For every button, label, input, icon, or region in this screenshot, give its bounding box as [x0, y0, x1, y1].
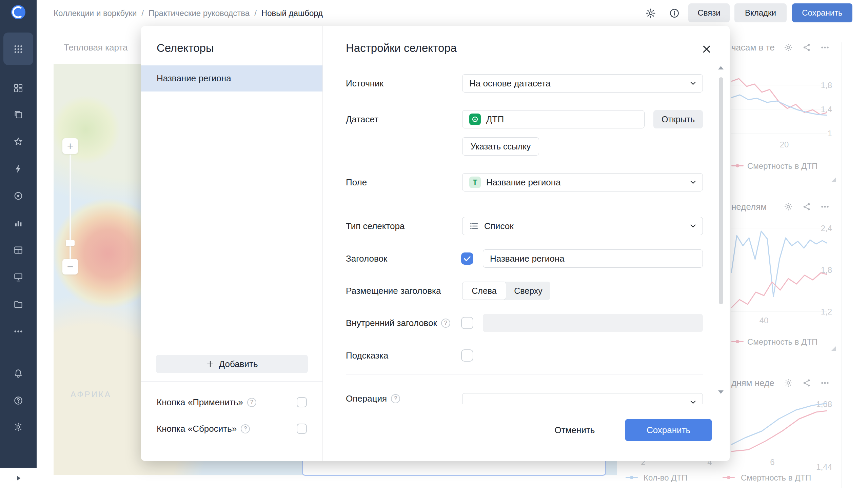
inner-title-label: Внутренний заголовок ? [346, 314, 459, 332]
apply-option-checkbox[interactable] [297, 397, 307, 407]
chevron-down-icon [690, 401, 696, 404]
add-selector-label: Добавить [219, 359, 258, 369]
more-icon[interactable] [10, 323, 26, 340]
dashboard-info-button[interactable] [668, 7, 681, 20]
collections-icon[interactable] [10, 106, 26, 123]
services-icon[interactable] [10, 188, 26, 204]
presentations-icon[interactable] [10, 269, 26, 285]
dataset-icon [469, 114, 481, 125]
field-field-label: Поле [346, 173, 459, 191]
settings-panel-title: Настройки селектора [346, 42, 457, 55]
section-divider [346, 374, 703, 374]
help-icon[interactable]: ? [241, 424, 250, 433]
app-logo[interactable] [11, 5, 26, 20]
source-field-label: Источник [346, 74, 459, 93]
specify-link-button[interactable]: Указать ссылку [462, 137, 539, 156]
relations-button[interactable]: Связи [688, 3, 730, 22]
top-bar: Коллекции и воркбуки / Практические руко… [37, 0, 868, 26]
breadcrumb-collections[interactable]: Коллекции и воркбуки [54, 8, 137, 18]
chevron-down-icon [690, 82, 696, 85]
settings-gear-icon[interactable] [10, 419, 26, 435]
favorites-icon[interactable] [10, 134, 26, 150]
chevron-down-icon [690, 181, 696, 184]
hint-label: Подсказка [346, 346, 459, 365]
open-dataset-button[interactable]: Открыть [653, 110, 703, 128]
plus-icon [206, 360, 214, 368]
help-icon[interactable]: ? [247, 398, 256, 407]
dataset-value: ДТП [486, 114, 504, 125]
breadcrumb-current-dashboard: Новый дашборд [261, 8, 323, 18]
placement-label: Размещение заголовка [346, 282, 459, 300]
placement-top-segment[interactable]: Сверху [506, 282, 550, 300]
title-field-label: Заголовок [346, 249, 459, 268]
source-value: На основе датасета [469, 78, 551, 89]
dashboards-icon[interactable] [10, 80, 26, 96]
notifications-bell-icon[interactable] [10, 365, 26, 382]
dataset-picker[interactable]: ДТП [462, 110, 645, 128]
selector-settings-modal: Селекторы Название региона Добавить Кноп… [141, 26, 730, 461]
field-dropdown[interactable]: Название региона [462, 173, 703, 191]
operation-label: Операция ? [346, 389, 459, 404]
storage-folder-icon[interactable] [10, 296, 26, 312]
scrollbar-thumb[interactable] [719, 77, 723, 304]
source-dropdown[interactable]: На основе датасета [462, 74, 703, 93]
title-text-input[interactable]: Название региона [483, 249, 703, 268]
title-input-value: Название региона [490, 253, 565, 264]
help-icon[interactable] [10, 392, 26, 409]
tables-icon[interactable] [10, 242, 26, 258]
editor-lightning-icon[interactable] [10, 161, 26, 177]
dataset-field-label: Датасет [346, 110, 459, 128]
save-dashboard-button[interactable]: Сохранить [792, 3, 852, 22]
settings-scroll-area: Источник На основе датасета Датасет ДТП … [323, 64, 717, 404]
close-modal-button[interactable] [699, 42, 714, 57]
breadcrumb: Коллекции и воркбуки / Практические руко… [54, 0, 323, 26]
save-selector-button[interactable]: Сохранить [625, 419, 712, 441]
title-placement-segmented-control: Слева Сверху [462, 282, 550, 300]
selector-settings-panel: Настройки селектора Источник На основе д… [323, 26, 730, 461]
expand-sidebar-icon[interactable] [10, 470, 26, 486]
inner-title-text-input [483, 314, 703, 332]
add-selector-button[interactable]: Добавить [156, 355, 308, 373]
reset-button-option-row: Кнопка «Сбросить» ? [157, 419, 307, 438]
selector-type-value: Список [484, 221, 514, 231]
gear-icon [645, 8, 656, 19]
operation-dropdown[interactable] [462, 393, 703, 404]
list-icon [469, 221, 479, 231]
selector-list-item-selected[interactable]: Название региона [141, 65, 322, 92]
left-nav [0, 0, 37, 468]
tabs-button[interactable]: Вкладки [734, 3, 787, 22]
info-icon [669, 8, 680, 19]
checkmark-icon [463, 256, 471, 262]
charts-icon[interactable] [10, 215, 26, 231]
selectors-panel: Селекторы Название региона Добавить Кноп… [141, 26, 323, 461]
breadcrumb-separator: / [254, 8, 257, 18]
inner-title-checkbox[interactable] [461, 317, 473, 329]
field-value: Название региона [486, 177, 561, 188]
selector-item-label: Название региона [157, 73, 231, 84]
dashboard-settings-button[interactable] [644, 7, 657, 20]
panel-divider [141, 381, 323, 382]
apply-option-label: Кнопка «Применить» [157, 397, 243, 408]
placement-left-segment[interactable]: Слева [462, 282, 506, 300]
close-icon [702, 44, 712, 54]
field-type-string-icon [469, 177, 481, 188]
scrollbar-up-arrow[interactable] [718, 66, 724, 69]
reset-option-checkbox[interactable] [297, 424, 307, 434]
cancel-button[interactable]: Отменить [542, 419, 607, 441]
selector-type-dropdown[interactable]: Список [462, 217, 703, 235]
reset-option-label: Кнопка «Сбросить» [157, 424, 237, 434]
selectors-panel-title: Селекторы [157, 42, 214, 55]
datalens-logo-icon [11, 5, 26, 20]
hint-checkbox[interactable] [461, 349, 473, 362]
help-icon[interactable]: ? [391, 394, 400, 403]
nav-collapse-strip [0, 468, 37, 488]
apply-button-option-row: Кнопка «Применить» ? [157, 393, 307, 412]
breadcrumb-separator: / [141, 8, 144, 18]
selector-type-label: Тип селектора [346, 217, 459, 235]
scrollbar-down-arrow[interactable] [718, 390, 724, 394]
breadcrumb-workbook[interactable]: Практические руководства [149, 8, 250, 18]
help-icon[interactable]: ? [441, 319, 450, 328]
apps-grid-icon[interactable] [10, 41, 26, 57]
title-checkbox[interactable] [461, 252, 473, 265]
chevron-down-icon [690, 224, 696, 228]
